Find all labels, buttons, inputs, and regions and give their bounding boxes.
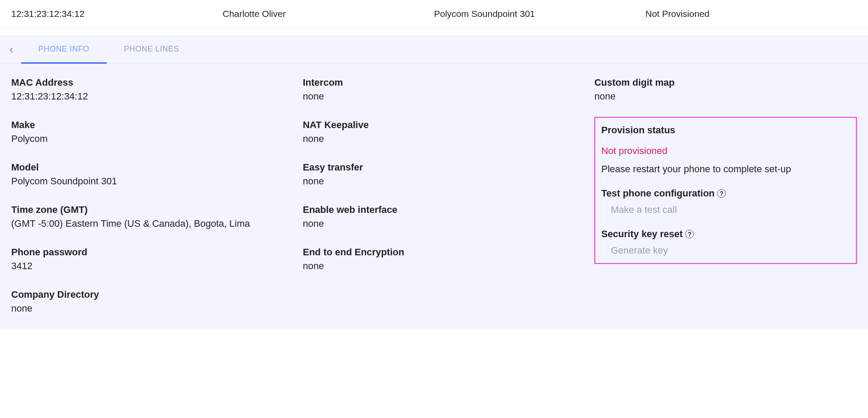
provision-status-hint: Please restart your phone to complete se… — [601, 164, 850, 175]
header-mac: 12:31:23:12:34:12 — [11, 9, 223, 19]
intercom-value: none — [303, 91, 594, 102]
field-intercom: Intercom none — [303, 77, 594, 102]
help-icon[interactable]: ? — [717, 189, 726, 198]
mac-value: 12:31:23:12:34:12 — [11, 91, 303, 102]
detail-panel: ‹ PHONE INFO PHONE LINES MAC Address 12:… — [0, 35, 868, 329]
column-left: MAC Address 12:31:23:12:34:12 Make Polyc… — [11, 77, 303, 314]
tz-value: (GMT -5:00) Eastern Time (US & Canada), … — [11, 218, 303, 229]
header-status: Not Provisioned — [645, 9, 857, 19]
enc-value: none — [303, 260, 594, 272]
make-test-call-link[interactable]: Make a test call — [601, 204, 850, 215]
web-label: Enable web interface — [303, 204, 594, 215]
field-timezone: Time zone (GMT) (GMT -5:00) Eastern Time… — [11, 204, 303, 229]
device-summary-row: 12:31:23:12:34:12 Charlotte Oliver Polyc… — [0, 0, 868, 28]
tab-bar: ‹ PHONE INFO PHONE LINES — [0, 35, 868, 64]
content-grid: MAC Address 12:31:23:12:34:12 Make Polyc… — [0, 64, 868, 327]
provision-highlight-box: Provision status Not provisioned Please … — [594, 117, 857, 264]
easy-label: Easy transfer — [303, 162, 594, 173]
field-enable-web-interface: Enable web interface none — [303, 204, 594, 229]
field-make: Make Polycom — [11, 119, 303, 145]
dir-label: Company Directory — [11, 289, 303, 300]
easy-value: none — [303, 176, 594, 187]
field-phone-password: Phone password 3412 — [11, 247, 303, 272]
chevron-left-icon: ‹ — [10, 43, 13, 56]
pwd-value: 3412 — [11, 260, 303, 272]
dir-value: none — [11, 303, 303, 314]
model-label: Model — [11, 162, 303, 173]
test-config-block: Test phone configuration ? Make a test c… — [601, 188, 850, 215]
mac-label: MAC Address — [11, 77, 303, 88]
security-key-title: Security key reset ? — [601, 228, 850, 240]
make-value: Polycom — [11, 133, 303, 145]
enc-label: End to end Encryption — [303, 247, 594, 258]
nat-label: NAT Keepalive — [303, 119, 594, 131]
pwd-label: Phone password — [11, 247, 303, 258]
provision-status-block: Provision status Not provisioned Please … — [601, 125, 850, 175]
field-company-directory: Company Directory none — [11, 289, 303, 314]
web-value: none — [303, 218, 594, 229]
field-nat-keepalive: NAT Keepalive none — [303, 119, 594, 145]
field-easy-transfer: Easy transfer none — [303, 162, 594, 187]
help-icon[interactable]: ? — [685, 230, 694, 238]
intercom-label: Intercom — [303, 77, 594, 88]
back-button[interactable]: ‹ — [7, 39, 21, 61]
test-config-label: Test phone configuration — [601, 188, 715, 199]
field-mac-address: MAC Address 12:31:23:12:34:12 — [11, 77, 303, 102]
digit-value: none — [594, 91, 857, 102]
security-key-label: Security key reset — [601, 228, 683, 240]
tz-label: Time zone (GMT) — [11, 204, 303, 215]
digit-label: Custom digit map — [594, 77, 857, 88]
field-model: Model Polycom Soundpoint 301 — [11, 162, 303, 187]
header-user: Charlotte Oliver — [223, 9, 434, 19]
header-device: Polycom Soundpoint 301 — [434, 9, 645, 19]
nat-value: none — [303, 133, 594, 145]
tab-phone-info[interactable]: PHONE INFO — [21, 35, 107, 64]
generate-key-link[interactable]: Generate key — [601, 245, 850, 256]
provision-status-value: Not provisioned — [601, 145, 850, 157]
make-label: Make — [11, 119, 303, 131]
tab-phone-lines[interactable]: PHONE LINES — [107, 35, 197, 64]
field-encryption: End to end Encryption none — [303, 247, 594, 272]
security-key-block: Security key reset ? Generate key — [601, 228, 850, 256]
column-right: Custom digit map none Provision status N… — [594, 77, 857, 314]
field-custom-digit-map: Custom digit map none — [594, 77, 857, 102]
column-middle: Intercom none NAT Keepalive none Easy tr… — [303, 77, 594, 314]
provision-status-label: Provision status — [601, 125, 850, 136]
model-value: Polycom Soundpoint 301 — [11, 176, 303, 187]
test-config-title: Test phone configuration ? — [601, 188, 850, 199]
